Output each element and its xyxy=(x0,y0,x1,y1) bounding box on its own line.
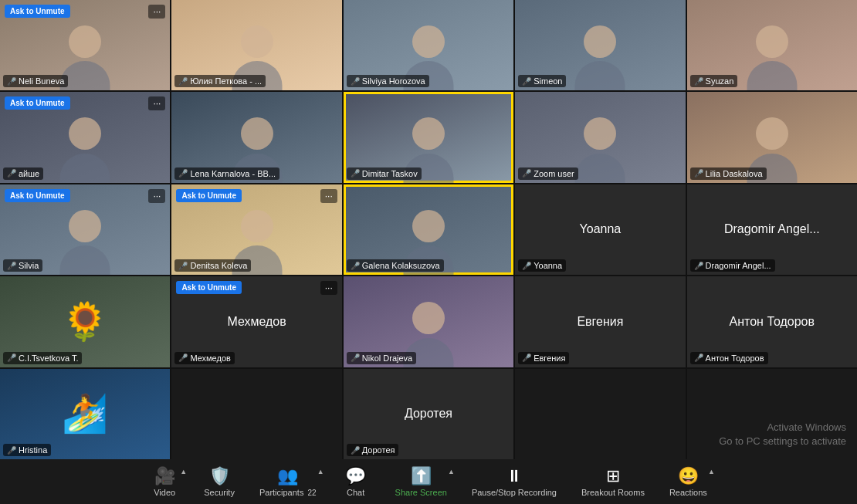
mic-muted-icon-ayshe: 🎤 xyxy=(7,169,16,178)
participant-tag-silvia: Silvia xyxy=(19,261,39,270)
video-cell-ayshe: Ask to Unmute···🎤айше xyxy=(0,92,170,182)
video-button[interactable]: 🎥 Video ▲ xyxy=(137,462,191,502)
mic-muted-icon-silvia: 🎤 xyxy=(7,262,16,270)
mic-muted-icon: 🎤 xyxy=(178,353,188,362)
mic-muted-icon-lilia: 🎤 xyxy=(694,169,703,178)
mic-muted-icon-hristina: 🎤 xyxy=(7,446,16,455)
video-cell-anton: Антон Тодоров🎤Антон Тодоров xyxy=(687,276,857,367)
participant-tag-ayshe: айше xyxy=(19,169,39,178)
participant-tag-yoanna: Yoanna xyxy=(534,261,562,270)
participant-tag-mehmedov: Мехмедов xyxy=(190,353,230,363)
participant-tag-silviya: Silviya Horozova xyxy=(362,76,425,86)
video-cell-empty1 xyxy=(171,369,341,459)
share-screen-icon: ⬆️ xyxy=(411,466,432,486)
participants-icon: 👥 xyxy=(277,466,298,486)
video-label: Video xyxy=(154,488,175,497)
video-cell-yulia: 🎤Юлия Петкова - ... xyxy=(171,0,341,90)
video-cell-tsveta: 🌻🎤C.I.Tsvetkova T. xyxy=(0,276,170,367)
video-cell-zoom: 🎤Zoom user xyxy=(515,92,685,182)
participant-name-dragomir: Dragomir Angel... xyxy=(724,222,820,236)
share-screen-label: Share Screen xyxy=(395,488,447,497)
ask-to-unmute-btn-mehmedov[interactable]: Ask to Unmute xyxy=(176,281,242,294)
video-cell-hristina: 🏄🎤Hristina xyxy=(0,369,170,459)
breakout-rooms-icon: ⊞ xyxy=(606,466,620,486)
more-btn-ayshe[interactable]: ··· xyxy=(148,96,165,110)
mic-muted-icon: 🎤 xyxy=(522,353,531,362)
participant-tag-evgenia: Евгения xyxy=(534,353,565,363)
video-cell-dragomir: Dragomir Angel...🎤Dragomir Angel... xyxy=(687,184,857,275)
participant-name-yoanna: Yoanna xyxy=(580,222,622,236)
mic-muted-icon-silviya: 🎤 xyxy=(351,77,360,86)
ask-to-unmute-btn-denitsa[interactable]: Ask to Unmute xyxy=(176,189,242,202)
video-cell-mehmedov: Ask to Unmute···Мехмедов🎤Мехмедов xyxy=(171,276,341,367)
participant-tag-lena: Lena Karnalova - BB... xyxy=(190,169,276,178)
video-cell-galena: 🎤Galena Kolaksuzova xyxy=(344,184,513,275)
toolbar: 🎥 Video ▲ 🛡️ Security 👥 Participants 22 … xyxy=(0,459,857,504)
security-button[interactable]: 🛡️ Security xyxy=(191,462,247,502)
reactions-icon: 😀 xyxy=(678,466,699,486)
mic-muted-icon-lena: 🎤 xyxy=(178,169,188,178)
participant-tag-nikol: Nikol Drajeva xyxy=(362,353,412,363)
participants-button[interactable]: 👥 Participants 22 ▲ xyxy=(247,462,329,502)
mic-muted-icon-neli: 🎤 xyxy=(7,77,16,86)
security-icon: 🛡️ xyxy=(209,466,230,486)
participant-tag-neli: Neli Buneva xyxy=(19,76,64,86)
mic-muted-icon-tsveta: 🎤 xyxy=(7,353,16,362)
more-btn-mehmedov[interactable]: ··· xyxy=(320,281,337,295)
mic-muted-icon: 🎤 xyxy=(351,446,360,455)
video-cell-lilia: 🎤Lilia Daskalova xyxy=(687,92,857,182)
video-cell-simeon: 🎤Simeon xyxy=(515,0,685,90)
video-cell-neli: Ask to Unmute···🎤Neli Buneva xyxy=(0,0,170,90)
participant-tag-denitsa: Denitsa Koleva xyxy=(190,261,247,270)
more-btn-denitsa[interactable]: ··· xyxy=(320,189,337,203)
participant-tag-simeon: Simeon xyxy=(534,76,562,86)
video-cell-yoanna: Yoanna🎤Yoanna xyxy=(515,184,685,275)
mic-muted-icon: 🎤 xyxy=(694,353,703,362)
video-cell-dimitar: 🎤Dimitar Taskov xyxy=(344,92,513,182)
mic-muted-icon-zoom: 🎤 xyxy=(522,169,531,178)
video-cell-evgenia: Евгения🎤Евгения xyxy=(515,276,685,367)
mic-muted-icon-nikol: 🎤 xyxy=(351,353,360,362)
more-btn-neli[interactable]: ··· xyxy=(148,5,165,19)
recording-button[interactable]: ⏸ Pause/Stop Recording xyxy=(459,462,569,502)
mic-muted-icon-dimitar: 🎤 xyxy=(351,169,360,178)
mic-muted-icon: 🎤 xyxy=(522,262,531,270)
participant-tag-yulia: Юлия Петкова - ... xyxy=(190,76,262,86)
participants-label: Participants 22 xyxy=(259,488,317,497)
participant-tag-lilia: Lilia Daskalova xyxy=(706,169,763,178)
ask-to-unmute-btn-neli[interactable]: Ask to Unmute xyxy=(5,5,70,18)
reactions-label: Reactions xyxy=(669,488,707,497)
breakout-rooms-button[interactable]: ⊞ Breakout Rooms xyxy=(569,462,657,502)
recording-icon: ⏸ xyxy=(506,466,523,486)
participant-tag-hristina: Hristina xyxy=(19,445,47,455)
chat-label: Chat xyxy=(347,488,364,497)
participant-tag-dorotea: Доротея xyxy=(362,445,395,455)
security-label: Security xyxy=(204,488,235,497)
reactions-button[interactable]: 😀 Reactions ▲ xyxy=(657,462,720,502)
recording-label: Pause/Stop Recording xyxy=(472,488,557,497)
video-cell-dorotea: Доротея🎤Доротея xyxy=(344,369,513,459)
mic-muted-icon: 🎤 xyxy=(694,262,703,270)
breakout-rooms-label: Breakout Rooms xyxy=(581,488,645,497)
participant-tag-tsveta: C.I.Tsvetkova T. xyxy=(19,353,78,363)
share-screen-button[interactable]: ⬆️ Share Screen ▲ xyxy=(383,462,459,502)
video-cell-lena: 🎤Lena Karnalova - BB... xyxy=(171,92,341,182)
video-cell-empty3 xyxy=(687,369,857,459)
ask-to-unmute-btn-ayshe[interactable]: Ask to Unmute xyxy=(5,96,70,110)
chat-button[interactable]: 💬 Chat xyxy=(329,462,383,502)
participant-tag-dimitar: Dimitar Taskov xyxy=(362,169,418,178)
participant-name-evgenia: Евгения xyxy=(577,315,623,329)
video-cell-denitsa: Ask to Unmute···🎤Denitsa Koleva xyxy=(171,184,341,275)
mic-muted-icon-galena: 🎤 xyxy=(351,262,360,270)
participant-tag-dragomir: Dragomir Angel... xyxy=(706,261,771,270)
more-btn-silvia[interactable]: ··· xyxy=(148,189,165,203)
participant-tag-anton: Антон Тодоров xyxy=(706,353,764,363)
participant-tag-galena: Galena Kolaksuzova xyxy=(362,261,440,270)
video-icon: 🎥 xyxy=(154,466,175,486)
mic-muted-icon-denitsa: 🎤 xyxy=(178,262,188,270)
mic-muted-icon-syuzan: 🎤 xyxy=(694,77,703,86)
ask-to-unmute-btn-silvia[interactable]: Ask to Unmute xyxy=(5,189,70,202)
video-cell-silvia: Ask to Unmute···🎤Silvia xyxy=(0,184,170,275)
video-grid: Ask to Unmute···🎤Neli Buneva🎤Юлия Петков… xyxy=(0,0,857,459)
participant-tag-zoom: Zoom user xyxy=(534,169,574,178)
